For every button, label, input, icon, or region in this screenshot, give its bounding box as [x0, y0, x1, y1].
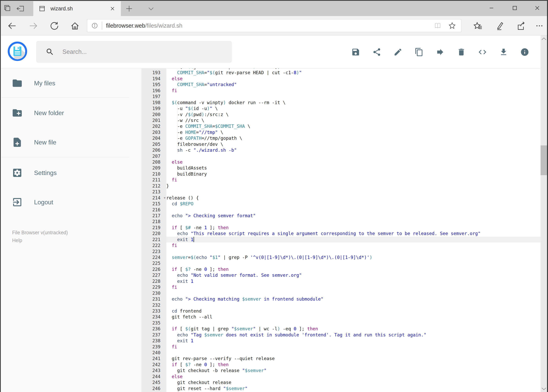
code-text[interactable]: cd frontend [166, 308, 541, 314]
code-line[interactable]: 211 fi [141, 177, 541, 183]
code-line[interactable]: 199 -u "$(id -u)" \ [141, 105, 541, 111]
code-text[interactable] [166, 219, 541, 224]
more-menu-icon[interactable] [534, 21, 544, 31]
code-line[interactable]: 231 echo "> Checking matching $semver in… [141, 296, 541, 302]
code-text[interactable] [166, 350, 541, 356]
code-text[interactable]: echo "> Checking matching $semver in fro… [166, 296, 541, 302]
code-line[interactable]: 235 [141, 320, 541, 326]
code-editor[interactable]: 192 if [ "$(git status --porcelain)" = "… [141, 69, 541, 392]
code-text[interactable]: git checkout -b release "$semver" [166, 368, 541, 373]
code-text[interactable]: if [ $# -ne 1 ]; then [166, 225, 541, 231]
code-line[interactable]: 222 fi [141, 243, 541, 248]
search-input[interactable]: Search... [36, 41, 232, 63]
home-icon[interactable] [70, 21, 80, 31]
scrollbar-thumb[interactable] [541, 145, 547, 175]
code-text[interactable]: -e COMMIT_SHA=$COMMIT_SHA \ [166, 123, 541, 129]
code-text[interactable]: git reset --hard "$semver" [166, 385, 541, 392]
code-line[interactable]: 244 else [141, 374, 541, 379]
code-text[interactable]: fi [166, 88, 541, 94]
code-line[interactable]: 213 [141, 189, 541, 195]
code-line[interactable]: 230 [141, 290, 541, 296]
code-line[interactable]: 229 fi [141, 284, 541, 290]
browser-tab[interactable]: wizard.sh [33, 1, 121, 16]
url-bar[interactable]: filebrowser.web/files/wizard.sh [87, 19, 461, 32]
code-text[interactable] [166, 153, 541, 159]
code-text[interactable]: else [166, 159, 541, 165]
code-text[interactable]: if [ $? -ne 0 ]; then [166, 362, 541, 368]
code-text[interactable]: -u "$(id -u)" \ [166, 105, 541, 111]
code-line[interactable]: 195 COMMIT_SHA="untracked" [141, 82, 541, 87]
code-text[interactable]: else [166, 374, 541, 379]
edit-icon[interactable] [393, 48, 402, 56]
url-text[interactable]: filebrowser.web/files/wizard.sh [106, 22, 434, 29]
code-text[interactable]: buildBinary [166, 171, 541, 177]
code-text[interactable]: git rev-parse --verify --quiet release [166, 356, 541, 362]
code-line[interactable]: 233 cd frontend [141, 308, 541, 314]
code-line[interactable]: 239 fi [141, 344, 541, 350]
code-text[interactable] [166, 249, 541, 254]
code-line[interactable]: 237 echo "Tag $semver does not exist in … [141, 332, 541, 338]
code-text[interactable] [166, 302, 541, 308]
code-line[interactable]: 212} [141, 183, 541, 189]
code-text[interactable]: buildAssets [166, 165, 541, 171]
code-line[interactable]: 206 sh -c "./wizard.sh -b" [141, 147, 541, 153]
code-line[interactable]: 215 cd $REPO [141, 201, 541, 207]
code-line[interactable]: 228 exit 1 [141, 278, 541, 284]
sidebar-item-settings[interactable]: Settings [0, 158, 129, 188]
scroll-up-icon[interactable] [541, 35, 547, 42]
refresh-icon[interactable] [49, 21, 59, 31]
code-text[interactable] [166, 189, 541, 195]
code-text[interactable]: -e HOME="//tmp" \ [166, 129, 541, 135]
window-maximize-button[interactable] [504, 2, 526, 14]
code-line[interactable]: 217 echo "> Checking semver format" [141, 213, 541, 219]
new-tab-button[interactable] [125, 4, 133, 13]
code-line[interactable]: 223 [141, 249, 541, 254]
code-text[interactable]: COMMIT_SHA="$(git rev-parse HEAD | cut -… [166, 70, 541, 76]
code-text[interactable]: else [166, 76, 541, 82]
code-line[interactable]: 226 if [ $? -ne 0 ]; then [141, 266, 541, 272]
code-text[interactable]: fi [166, 243, 541, 248]
code-line[interactable]: 202 -e COMMIT_SHA=$COMMIT_SHA \ [141, 123, 541, 129]
code-icon[interactable] [478, 48, 487, 56]
tab-close-icon[interactable] [109, 5, 116, 12]
code-line[interactable]: 196 fi [141, 88, 541, 94]
code-line[interactable]: 225 [141, 260, 541, 266]
code-text[interactable] [166, 290, 541, 296]
share-icon[interactable] [372, 48, 381, 56]
restore-tabs-icon[interactable] [16, 4, 25, 13]
annotate-pen-icon[interactable] [495, 21, 504, 31]
code-text[interactable]: echo "Not valid semver format. See semve… [166, 272, 541, 278]
code-text[interactable]: fi [166, 177, 541, 183]
hub-favorites-icon[interactable] [473, 21, 483, 31]
code-text[interactable]: echo "This release script requires a sin… [166, 231, 541, 236]
code-text[interactable]: semver=$(echo "$1" | grep -P '^v(0|[1-9]… [166, 254, 541, 260]
sidebar-item-new-file[interactable]: New file [0, 128, 129, 157]
fold-arrow-icon[interactable]: ▼ [164, 195, 166, 201]
scroll-down-icon[interactable] [541, 385, 547, 392]
code-line[interactable]: 219 if [ $# -ne 1 ]; then [141, 225, 541, 231]
copy-icon[interactable] [415, 48, 423, 56]
code-text[interactable]: git checkout release [166, 379, 541, 385]
code-text[interactable]: git fetch --all [166, 314, 541, 320]
code-line[interactable]: 209 buildAssets [141, 165, 541, 171]
code-line[interactable]: 236 if [ $(git tag | grep "$semver" | wc… [141, 326, 541, 332]
code-line[interactable]: 241 git rev-parse --verify --quiet relea… [141, 356, 541, 362]
code-line[interactable]: 227 echo "Not valid semver format. See s… [141, 272, 541, 278]
move-icon[interactable] [436, 48, 445, 56]
code-text[interactable]: $(command -v winpty) docker run --rm -it… [166, 100, 541, 105]
code-text[interactable] [166, 94, 541, 99]
code-line[interactable]: 201 -w //src \ [141, 117, 541, 123]
code-text[interactable]: -v /$(pwd):/src:z \ [166, 112, 541, 117]
forward-icon[interactable] [28, 21, 38, 31]
delete-icon[interactable] [457, 48, 466, 56]
download-icon[interactable] [499, 48, 508, 56]
code-text[interactable]: release () { [166, 195, 541, 201]
code-line[interactable]: 242 if [ $? -ne 0 ]; then [141, 362, 541, 368]
sidebar-item-new-folder[interactable]: New folder [0, 98, 129, 128]
sidebar-item-my-files[interactable]: My files [0, 69, 129, 98]
help-link[interactable]: Help [12, 236, 68, 244]
code-text[interactable] [166, 260, 541, 266]
code-text[interactable]: fi [166, 344, 541, 350]
tab-layers-icon[interactable] [3, 4, 12, 13]
code-line[interactable]: 197 [141, 94, 541, 99]
